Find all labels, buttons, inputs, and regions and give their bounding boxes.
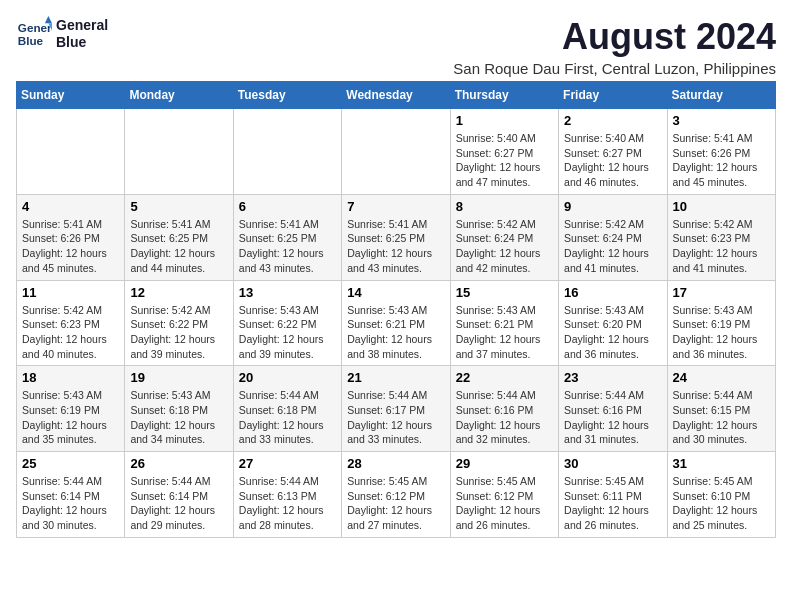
day-cell: 17Sunrise: 5:43 AM Sunset: 6:19 PM Dayli…	[667, 280, 775, 366]
day-info: Sunrise: 5:45 AM Sunset: 6:12 PM Dayligh…	[347, 474, 444, 533]
day-number: 9	[564, 199, 661, 214]
day-cell: 23Sunrise: 5:44 AM Sunset: 6:16 PM Dayli…	[559, 366, 667, 452]
calendar-header: SundayMondayTuesdayWednesdayThursdayFrid…	[17, 82, 776, 109]
day-info: Sunrise: 5:41 AM Sunset: 6:25 PM Dayligh…	[239, 217, 336, 276]
day-cell: 30Sunrise: 5:45 AM Sunset: 6:11 PM Dayli…	[559, 452, 667, 538]
day-cell	[125, 109, 233, 195]
header-cell-thursday: Thursday	[450, 82, 558, 109]
day-info: Sunrise: 5:40 AM Sunset: 6:27 PM Dayligh…	[564, 131, 661, 190]
title-block: August 2024 San Roque Dau First, Central…	[453, 16, 776, 77]
day-info: Sunrise: 5:41 AM Sunset: 6:26 PM Dayligh…	[22, 217, 119, 276]
svg-marker-2	[45, 16, 52, 23]
day-number: 18	[22, 370, 119, 385]
day-number: 13	[239, 285, 336, 300]
day-info: Sunrise: 5:44 AM Sunset: 6:16 PM Dayligh…	[456, 388, 553, 447]
header: General Blue General Blue August 2024 Sa…	[16, 16, 776, 77]
day-number: 12	[130, 285, 227, 300]
day-cell: 7Sunrise: 5:41 AM Sunset: 6:25 PM Daylig…	[342, 194, 450, 280]
day-number: 6	[239, 199, 336, 214]
day-number: 3	[673, 113, 770, 128]
day-cell: 16Sunrise: 5:43 AM Sunset: 6:20 PM Dayli…	[559, 280, 667, 366]
day-info: Sunrise: 5:43 AM Sunset: 6:19 PM Dayligh…	[22, 388, 119, 447]
day-cell: 3Sunrise: 5:41 AM Sunset: 6:26 PM Daylig…	[667, 109, 775, 195]
day-number: 31	[673, 456, 770, 471]
day-info: Sunrise: 5:44 AM Sunset: 6:13 PM Dayligh…	[239, 474, 336, 533]
header-row: SundayMondayTuesdayWednesdayThursdayFrid…	[17, 82, 776, 109]
logo: General Blue General Blue	[16, 16, 108, 52]
day-cell: 27Sunrise: 5:44 AM Sunset: 6:13 PM Dayli…	[233, 452, 341, 538]
logo-icon: General Blue	[16, 16, 52, 52]
day-cell: 20Sunrise: 5:44 AM Sunset: 6:18 PM Dayli…	[233, 366, 341, 452]
day-cell: 31Sunrise: 5:45 AM Sunset: 6:10 PM Dayli…	[667, 452, 775, 538]
day-info: Sunrise: 5:41 AM Sunset: 6:25 PM Dayligh…	[130, 217, 227, 276]
day-number: 10	[673, 199, 770, 214]
day-cell: 5Sunrise: 5:41 AM Sunset: 6:25 PM Daylig…	[125, 194, 233, 280]
day-cell	[17, 109, 125, 195]
day-number: 25	[22, 456, 119, 471]
svg-text:Blue: Blue	[18, 34, 44, 47]
day-cell: 26Sunrise: 5:44 AM Sunset: 6:14 PM Dayli…	[125, 452, 233, 538]
day-number: 30	[564, 456, 661, 471]
day-info: Sunrise: 5:42 AM Sunset: 6:23 PM Dayligh…	[673, 217, 770, 276]
header-cell-friday: Friday	[559, 82, 667, 109]
day-info: Sunrise: 5:43 AM Sunset: 6:21 PM Dayligh…	[456, 303, 553, 362]
day-info: Sunrise: 5:42 AM Sunset: 6:23 PM Dayligh…	[22, 303, 119, 362]
day-cell	[233, 109, 341, 195]
day-info: Sunrise: 5:45 AM Sunset: 6:10 PM Dayligh…	[673, 474, 770, 533]
day-info: Sunrise: 5:41 AM Sunset: 6:25 PM Dayligh…	[347, 217, 444, 276]
day-info: Sunrise: 5:44 AM Sunset: 6:14 PM Dayligh…	[22, 474, 119, 533]
week-row-3: 11Sunrise: 5:42 AM Sunset: 6:23 PM Dayli…	[17, 280, 776, 366]
day-number: 23	[564, 370, 661, 385]
day-cell: 25Sunrise: 5:44 AM Sunset: 6:14 PM Dayli…	[17, 452, 125, 538]
day-info: Sunrise: 5:43 AM Sunset: 6:22 PM Dayligh…	[239, 303, 336, 362]
day-cell: 22Sunrise: 5:44 AM Sunset: 6:16 PM Dayli…	[450, 366, 558, 452]
day-info: Sunrise: 5:43 AM Sunset: 6:20 PM Dayligh…	[564, 303, 661, 362]
day-number: 14	[347, 285, 444, 300]
calendar-body: 1Sunrise: 5:40 AM Sunset: 6:27 PM Daylig…	[17, 109, 776, 538]
day-cell: 24Sunrise: 5:44 AM Sunset: 6:15 PM Dayli…	[667, 366, 775, 452]
day-number: 22	[456, 370, 553, 385]
day-number: 17	[673, 285, 770, 300]
day-number: 20	[239, 370, 336, 385]
day-number: 2	[564, 113, 661, 128]
day-number: 28	[347, 456, 444, 471]
day-info: Sunrise: 5:44 AM Sunset: 6:15 PM Dayligh…	[673, 388, 770, 447]
day-cell: 1Sunrise: 5:40 AM Sunset: 6:27 PM Daylig…	[450, 109, 558, 195]
header-cell-wednesday: Wednesday	[342, 82, 450, 109]
logo-text-line2: Blue	[56, 34, 108, 51]
subtitle: San Roque Dau First, Central Luzon, Phil…	[453, 60, 776, 77]
day-cell: 8Sunrise: 5:42 AM Sunset: 6:24 PM Daylig…	[450, 194, 558, 280]
day-number: 15	[456, 285, 553, 300]
day-cell: 13Sunrise: 5:43 AM Sunset: 6:22 PM Dayli…	[233, 280, 341, 366]
day-cell: 10Sunrise: 5:42 AM Sunset: 6:23 PM Dayli…	[667, 194, 775, 280]
main-title: August 2024	[453, 16, 776, 58]
day-number: 8	[456, 199, 553, 214]
day-info: Sunrise: 5:43 AM Sunset: 6:21 PM Dayligh…	[347, 303, 444, 362]
day-number: 5	[130, 199, 227, 214]
day-number: 11	[22, 285, 119, 300]
day-cell: 28Sunrise: 5:45 AM Sunset: 6:12 PM Dayli…	[342, 452, 450, 538]
day-info: Sunrise: 5:41 AM Sunset: 6:26 PM Dayligh…	[673, 131, 770, 190]
week-row-5: 25Sunrise: 5:44 AM Sunset: 6:14 PM Dayli…	[17, 452, 776, 538]
day-number: 27	[239, 456, 336, 471]
day-info: Sunrise: 5:40 AM Sunset: 6:27 PM Dayligh…	[456, 131, 553, 190]
day-info: Sunrise: 5:42 AM Sunset: 6:24 PM Dayligh…	[456, 217, 553, 276]
day-cell: 15Sunrise: 5:43 AM Sunset: 6:21 PM Dayli…	[450, 280, 558, 366]
header-cell-tuesday: Tuesday	[233, 82, 341, 109]
day-cell: 19Sunrise: 5:43 AM Sunset: 6:18 PM Dayli…	[125, 366, 233, 452]
week-row-2: 4Sunrise: 5:41 AM Sunset: 6:26 PM Daylig…	[17, 194, 776, 280]
day-info: Sunrise: 5:44 AM Sunset: 6:18 PM Dayligh…	[239, 388, 336, 447]
day-info: Sunrise: 5:42 AM Sunset: 6:22 PM Dayligh…	[130, 303, 227, 362]
day-cell: 9Sunrise: 5:42 AM Sunset: 6:24 PM Daylig…	[559, 194, 667, 280]
header-cell-saturday: Saturday	[667, 82, 775, 109]
day-cell: 4Sunrise: 5:41 AM Sunset: 6:26 PM Daylig…	[17, 194, 125, 280]
day-number: 29	[456, 456, 553, 471]
day-info: Sunrise: 5:43 AM Sunset: 6:18 PM Dayligh…	[130, 388, 227, 447]
header-cell-monday: Monday	[125, 82, 233, 109]
week-row-1: 1Sunrise: 5:40 AM Sunset: 6:27 PM Daylig…	[17, 109, 776, 195]
day-info: Sunrise: 5:45 AM Sunset: 6:11 PM Dayligh…	[564, 474, 661, 533]
header-cell-sunday: Sunday	[17, 82, 125, 109]
day-cell: 21Sunrise: 5:44 AM Sunset: 6:17 PM Dayli…	[342, 366, 450, 452]
day-number: 7	[347, 199, 444, 214]
day-cell: 14Sunrise: 5:43 AM Sunset: 6:21 PM Dayli…	[342, 280, 450, 366]
